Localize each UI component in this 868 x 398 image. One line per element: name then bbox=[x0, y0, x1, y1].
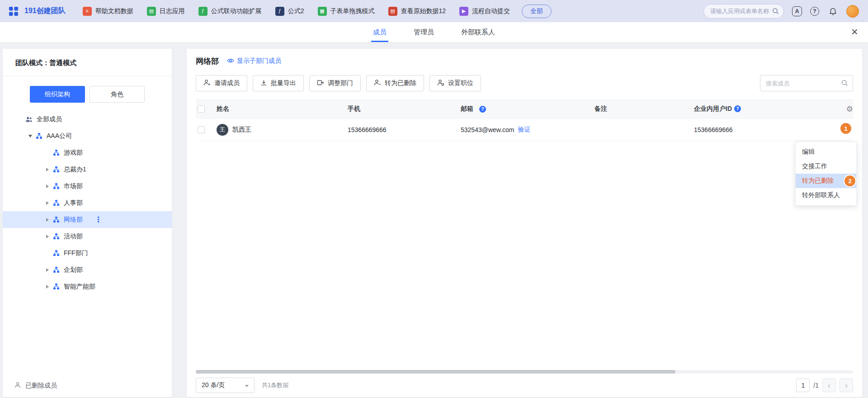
menu-item-to-external-contact[interactable]: 转外部联系人 bbox=[796, 188, 856, 203]
caret-right-icon[interactable] bbox=[42, 201, 52, 205]
topbar-search bbox=[703, 4, 784, 19]
move-to-deleted-button[interactable]: 转为已删除 bbox=[366, 75, 424, 91]
deleted-members-link[interactable]: 已删除成员 bbox=[14, 382, 57, 390]
email-help-icon[interactable] bbox=[479, 106, 486, 113]
eye-icon bbox=[227, 57, 234, 65]
member-user-id: 15366669666 bbox=[694, 126, 830, 133]
org-node-icon bbox=[52, 233, 60, 239]
caret-right-icon[interactable] bbox=[42, 218, 52, 222]
org-node-icon bbox=[52, 250, 60, 256]
tree-item-activity-dept[interactable]: 活动部 bbox=[3, 228, 172, 245]
workspace-name[interactable]: 191创建团队 bbox=[24, 6, 66, 16]
page-size-select[interactable]: 20 条/页 bbox=[196, 378, 255, 393]
verify-email-link[interactable]: 验证 bbox=[518, 126, 531, 134]
menu-item-edit[interactable]: 编辑 bbox=[796, 145, 856, 159]
app-tab-help-doc-data[interactable]: ≡ 帮助文档数据 bbox=[83, 7, 133, 16]
org-node-icon bbox=[52, 284, 60, 289]
tree-item-smart-capacity-dept[interactable]: 智能产能部 bbox=[3, 278, 172, 295]
table-row[interactable]: 王 凯西王 15366669666 532543@wew.com 验证 1536… bbox=[196, 118, 853, 141]
total-count-label: 共1条数据 bbox=[262, 381, 288, 389]
deleted-member-icon bbox=[14, 382, 21, 390]
person-badge-icon bbox=[437, 79, 444, 87]
caret-right-icon[interactable] bbox=[42, 268, 52, 272]
app-icon: ▦ bbox=[318, 7, 327, 16]
app-tab-formula-2[interactable]: ƒ 公式2 bbox=[275, 7, 304, 16]
table-header-row: 姓名 手机 邮箱 备注 企业内用户ID bbox=[196, 100, 853, 118]
more-actions-icon[interactable] bbox=[94, 215, 102, 224]
members-icon bbox=[25, 116, 33, 123]
app-tab-formula-linkage[interactable]: ƒ 公式联动功能扩展 bbox=[198, 7, 262, 16]
select-all-checkbox[interactable] bbox=[198, 105, 205, 113]
tree-item-label: 网络部 bbox=[64, 216, 83, 224]
pagination-bar: 20 条/页 共1条数据 1 /1 ‹ › bbox=[196, 377, 853, 393]
tree-item-market-dept[interactable]: 市场部 bbox=[3, 178, 172, 194]
person-plus-icon bbox=[203, 79, 211, 87]
user-avatar[interactable] bbox=[846, 5, 859, 18]
tree-item-ceo-office-1[interactable]: 总裁办1 bbox=[3, 161, 172, 178]
app-tab-label: 流程自动提交 bbox=[472, 7, 510, 15]
tree-item-label: AAA公司 bbox=[47, 132, 72, 140]
caret-right-icon[interactable] bbox=[42, 168, 52, 171]
member-search-input[interactable] bbox=[760, 75, 853, 91]
caret-right-icon[interactable] bbox=[42, 235, 52, 238]
show-sub-dept-link[interactable]: 显示子部门成员 bbox=[227, 57, 281, 65]
org-sidebar: 团队模式：普通模式 组织架构 角色 全部成员 AAA公司 bbox=[3, 49, 172, 397]
member-avatar: 王 bbox=[217, 124, 228, 136]
close-icon[interactable] bbox=[851, 26, 858, 38]
next-page-button[interactable]: › bbox=[840, 379, 853, 392]
org-structure-button[interactable]: 组织架构 bbox=[30, 86, 85, 103]
caret-right-icon[interactable] bbox=[42, 185, 52, 188]
tree-item-all-members[interactable]: 全部成员 bbox=[3, 111, 172, 128]
app-tab-log-app[interactable]: ▤ 日志应用 bbox=[147, 7, 185, 16]
invite-member-button[interactable]: 邀请成员 bbox=[196, 75, 247, 91]
col-header-email: 邮箱 bbox=[461, 105, 473, 113]
tree-item-game-dept[interactable]: 游戏部 bbox=[3, 144, 172, 161]
user-id-help-icon[interactable] bbox=[734, 105, 741, 112]
all-apps-button[interactable]: 全部 bbox=[522, 5, 552, 18]
tree-item-planning-dept[interactable]: 企划部 bbox=[3, 261, 172, 278]
tree-item-fff-dept[interactable]: FFF部门 bbox=[3, 245, 172, 261]
menu-item-handover-work[interactable]: 交接工作 bbox=[796, 159, 856, 174]
app-icon: ƒ bbox=[275, 7, 284, 16]
app-icon: ▤ bbox=[147, 7, 156, 16]
col-header-phone: 手机 bbox=[348, 105, 461, 113]
app-tab-raw-data-12[interactable]: ▤ 查看原始数据12 bbox=[388, 7, 446, 16]
caret-down-icon[interactable] bbox=[25, 135, 35, 137]
tree-item-label: 企划部 bbox=[64, 266, 83, 274]
current-page-input[interactable]: 1 bbox=[796, 379, 810, 392]
app-tab-label: 帮助文档数据 bbox=[95, 7, 133, 15]
tree-item-aaa-company[interactable]: AAA公司 bbox=[3, 128, 172, 144]
app-tab-subform-drag[interactable]: ▦ 子表单拖拽模式 bbox=[318, 7, 375, 16]
language-icon[interactable] bbox=[792, 6, 802, 16]
column-settings-icon[interactable] bbox=[846, 104, 853, 114]
topbar-right bbox=[703, 4, 859, 19]
tree-item-label: 总裁办1 bbox=[64, 166, 86, 174]
caret-right-icon[interactable] bbox=[42, 285, 52, 289]
tree-item-hr-dept[interactable]: 人事部 bbox=[3, 194, 172, 211]
batch-export-button[interactable]: 批量导出 bbox=[253, 75, 304, 91]
tab-external-contacts[interactable]: 外部联系人 bbox=[461, 22, 495, 42]
main-area: 团队模式：普通模式 组织架构 角色 全部成员 AAA公司 bbox=[0, 43, 868, 398]
help-icon[interactable] bbox=[810, 7, 819, 16]
tree-item-network-dept[interactable]: 网络部 bbox=[3, 211, 172, 228]
pager: 1 /1 ‹ › bbox=[796, 379, 853, 392]
app-tab-label: 查看原始数据12 bbox=[401, 7, 446, 15]
adjust-dept-button[interactable]: 调整部门 bbox=[309, 75, 361, 91]
role-button[interactable]: 角色 bbox=[90, 86, 145, 103]
set-position-button[interactable]: 设置职位 bbox=[429, 75, 481, 91]
scrollbar-thumb[interactable] bbox=[196, 370, 675, 374]
notification-bell-icon[interactable] bbox=[827, 6, 838, 17]
step-marker-1: 1 bbox=[840, 123, 851, 134]
member-phone: 15366669666 bbox=[348, 126, 461, 133]
row-checkbox[interactable] bbox=[198, 126, 205, 133]
app-tab-flow-auto-submit[interactable]: ▶ 流程自动提交 bbox=[459, 7, 510, 16]
org-node-icon bbox=[52, 166, 60, 172]
tab-admins[interactable]: 管理员 bbox=[414, 22, 434, 42]
app-icon: ▶ bbox=[459, 7, 468, 16]
menu-item-move-to-deleted[interactable]: 转为已删除 2 bbox=[796, 174, 856, 188]
org-node-icon bbox=[52, 150, 60, 156]
prev-page-button[interactable]: ‹ bbox=[822, 379, 836, 392]
tab-members[interactable]: 成员 bbox=[373, 22, 387, 42]
apps-grid-icon[interactable] bbox=[9, 7, 18, 16]
member-admin-tabbar: 成员 管理员 外部联系人 bbox=[0, 22, 868, 43]
